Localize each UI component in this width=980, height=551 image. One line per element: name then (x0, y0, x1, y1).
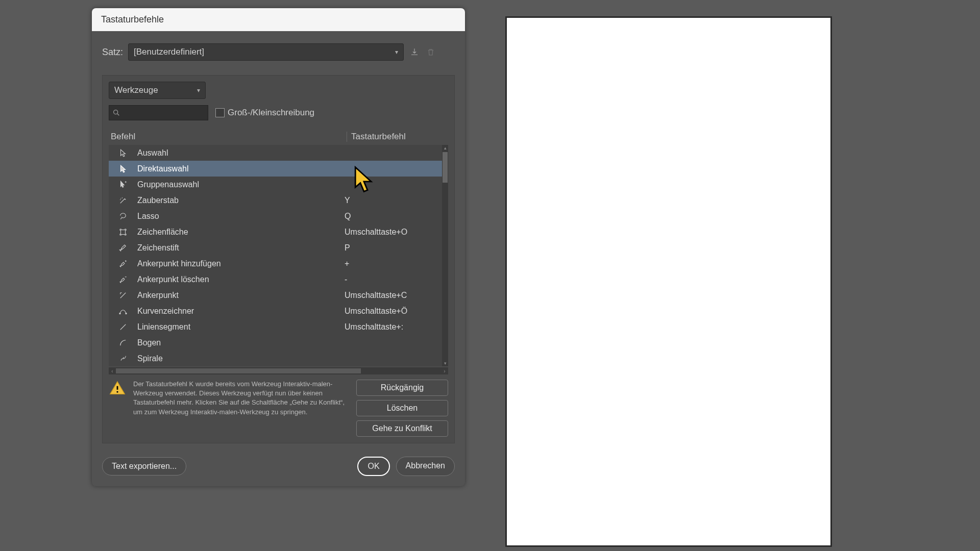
search-input[interactable] (109, 105, 208, 120)
command-name: Bogen (137, 338, 345, 347)
line-icon (109, 322, 137, 332)
arc-icon (109, 338, 137, 347)
cancel-button[interactable]: Abbrechen (396, 457, 455, 476)
shortcut-value[interactable]: Umschalttaste+Ö (345, 307, 441, 316)
wand-icon (109, 196, 137, 205)
command-name: Auswahl (137, 148, 345, 158)
ok-button[interactable]: OK (357, 457, 389, 476)
export-text-button[interactable]: Text exportieren... (102, 457, 186, 475)
table-row[interactable]: Gruppenauswahl (109, 177, 448, 192)
shortcut-value[interactable]: Umschalttaste+C (345, 291, 441, 300)
svg-point-0 (114, 110, 118, 114)
table-row[interactable]: Direktauswahl (109, 161, 448, 177)
command-name: Kurvenzeichner (137, 307, 345, 316)
scroll-left-icon[interactable]: ‹ (109, 368, 116, 374)
table-row[interactable]: Bogen (109, 335, 448, 350)
pen-icon (109, 243, 137, 253)
command-name: Zeichenstift (137, 243, 345, 253)
svg-rect-1 (121, 230, 126, 234)
save-set-icon[interactable] (409, 46, 420, 58)
category-select-value: Werkzeuge (114, 85, 158, 95)
table-row[interactable]: Spirale (109, 350, 448, 366)
command-name: Direktauswahl (137, 164, 345, 173)
svg-point-3 (119, 313, 120, 314)
command-name: Zauberstab (137, 196, 345, 205)
table-row[interactable]: KurvenzeichnerUmschalttaste+Ö (109, 303, 448, 319)
command-name: Spirale (137, 354, 345, 363)
table-row[interactable]: LassoQ (109, 208, 448, 224)
warning-icon (109, 380, 126, 397)
delete-set-icon (425, 46, 436, 58)
column-command[interactable]: Befehl (111, 132, 347, 142)
svg-point-4 (126, 313, 127, 314)
pointer-solid-icon (109, 164, 137, 173)
table-row[interactable]: ZeichenflächeUmschalttaste+O (109, 224, 448, 240)
spiral-icon (109, 354, 137, 363)
case-sensitive-checkbox[interactable] (215, 108, 225, 117)
table-row[interactable]: Ankerpunkt hinzufügen+ (109, 256, 448, 271)
shortcut-value[interactable]: Umschalttaste+O (345, 228, 441, 237)
goto-conflict-button[interactable]: Gehe zu Konflikt (356, 420, 448, 437)
pointer-plus-icon (109, 180, 137, 189)
command-name: Lasso (137, 212, 345, 221)
horizontal-scrollbar[interactable]: ‹ › (109, 367, 448, 374)
keyboard-shortcuts-dialog: Tastaturbefehle Satz: [Benutzerdefiniert… (92, 8, 465, 486)
clear-button[interactable]: Löschen (356, 400, 448, 416)
command-name: Ankerpunkt (137, 291, 345, 300)
table-row[interactable]: ZeichenstiftP (109, 240, 448, 256)
table-header: Befehl Tastaturbefehl (109, 129, 448, 145)
pen-plus-icon (109, 259, 137, 268)
column-shortcut[interactable]: Tastaturbefehl (347, 132, 446, 142)
table-row[interactable]: AnkerpunktUmschalttaste+C (109, 287, 448, 303)
artboard-icon (109, 228, 137, 237)
svg-point-5 (116, 391, 118, 392)
document-canvas[interactable] (505, 16, 832, 547)
scroll-right-icon[interactable]: › (441, 368, 448, 374)
hscroll-thumb[interactable] (116, 368, 361, 373)
set-select-value: [Benutzerdefiniert] (134, 47, 204, 57)
shortcut-value[interactable]: P (345, 243, 441, 253)
table-row[interactable]: ZauberstabY (109, 192, 448, 208)
shortcut-value[interactable]: - (345, 275, 441, 284)
category-select[interactable]: Werkzeuge ▾ (109, 82, 206, 99)
pointer-outline-icon (109, 148, 137, 158)
lasso-icon (109, 212, 137, 221)
table-row[interactable]: Auswahl (109, 145, 448, 161)
set-select[interactable]: [Benutzerdefiniert] ▾ (128, 43, 404, 61)
shortcut-value[interactable]: Y (345, 196, 441, 205)
command-name: Liniensegment (137, 322, 345, 332)
shortcut-value[interactable]: Umschalttaste+: (345, 322, 441, 332)
undo-button[interactable]: Rückgängig (356, 380, 448, 396)
search-icon (112, 109, 120, 117)
pen-minus-icon (109, 275, 137, 284)
scroll-thumb[interactable] (443, 152, 448, 183)
dialog-title: Tastaturbefehle (92, 8, 465, 31)
case-sensitive-label: Groß-/Kleinschreibung (228, 108, 314, 118)
command-name: Gruppenauswahl (137, 180, 345, 189)
chevron-down-icon: ▾ (395, 48, 398, 56)
command-name: Ankerpunkt löschen (137, 275, 345, 284)
shortcut-value[interactable]: + (345, 259, 441, 268)
commands-list: ▴ ▾ AuswahlDirektauswahlGruppenauswahlZa… (109, 145, 448, 366)
shortcut-value[interactable]: Q (345, 212, 441, 221)
scroll-up-icon[interactable]: ▴ (442, 145, 448, 151)
set-label: Satz: (102, 47, 123, 58)
vertical-scrollbar[interactable]: ▴ ▾ (442, 145, 448, 366)
chevron-down-icon: ▾ (197, 87, 200, 94)
curvature-icon (109, 307, 137, 316)
scroll-down-icon[interactable]: ▾ (442, 360, 448, 366)
warning-text: Der Tastaturbefehl K wurde bereits vom W… (133, 380, 349, 437)
command-name: Zeichenfläche (137, 228, 345, 237)
command-name: Ankerpunkt hinzufügen (137, 259, 345, 268)
anchor-convert-icon (109, 291, 137, 300)
table-row[interactable]: Ankerpunkt löschen- (109, 271, 448, 287)
commands-panel: Werkzeuge ▾ Groß-/Kleinschreibung Befehl… (102, 75, 455, 443)
table-row[interactable]: LiniensegmentUmschalttaste+: (109, 319, 448, 335)
